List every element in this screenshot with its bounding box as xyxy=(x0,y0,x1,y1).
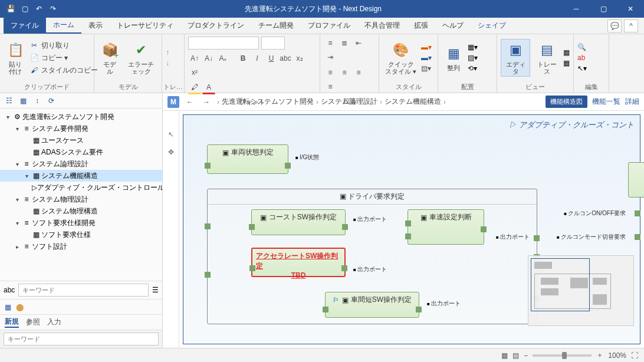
view-chip[interactable]: 機能構造図 xyxy=(546,96,587,108)
tree-refresh-icon[interactable]: ⟳ xyxy=(46,96,57,106)
line-icon[interactable]: ▬▾ xyxy=(421,54,432,62)
tree-row[interactable]: ▾≡システム要件開発 xyxy=(0,123,162,134)
tab-shape[interactable]: シェイプ xyxy=(471,18,513,34)
fill-icon[interactable]: ▬▾ xyxy=(421,43,432,51)
superscript-button[interactable]: x² xyxy=(188,66,201,79)
up-icon[interactable]: ↑ xyxy=(166,48,169,57)
view-mode1-icon[interactable]: ▦ xyxy=(501,351,508,360)
tree-row[interactable]: ▦ADASシステム要件 xyxy=(0,146,162,158)
numbering-icon[interactable]: ≣ xyxy=(338,37,351,50)
view-opt2-icon[interactable]: ▦ xyxy=(563,59,570,67)
indent-inc-icon[interactable]: ⇥ xyxy=(324,51,337,64)
tab-ext[interactable]: 拡張 xyxy=(407,18,435,34)
trace-view-button[interactable]: ▤ トレース xyxy=(533,40,561,76)
tab-defect[interactable]: 不具合管理 xyxy=(357,18,407,34)
model-chip[interactable]: M xyxy=(167,96,179,108)
redo-icon[interactable]: ↷ xyxy=(48,4,58,14)
node-short-sw[interactable]: 🏳▣車間短SW操作判定 xyxy=(325,292,419,318)
paste-button[interactable]: 📋 貼り付け xyxy=(4,40,27,76)
link-list[interactable]: 機能一覧 xyxy=(592,97,620,107)
crumb[interactable]: システム論理設計 xyxy=(321,97,377,107)
crumb[interactable]: システム機能構造 xyxy=(385,97,441,107)
fill-color-button[interactable]: 🖍 xyxy=(188,81,201,94)
tree-row[interactable]: ▦ユースケース xyxy=(0,134,162,146)
node-vehicle-state[interactable]: ▣車両状態判定 xyxy=(207,144,288,174)
font-color-button[interactable]: A xyxy=(202,81,215,94)
tab-team[interactable]: チーム開発 xyxy=(251,18,301,34)
italic-button[interactable]: I xyxy=(251,52,264,65)
tab-product[interactable]: プロダクトライン xyxy=(180,18,251,34)
breadcrumb[interactable]: ›先進運転システムソフト開発›システム論理設計›システム機能構造› xyxy=(217,97,541,107)
tab-input[interactable]: 入力 xyxy=(47,317,61,327)
select-icon[interactable]: ↖▾ xyxy=(577,64,587,73)
bottom-search-input[interactable] xyxy=(4,333,159,345)
align-center-icon[interactable]: ≡ xyxy=(338,66,351,79)
tree-filter-icon[interactable]: ▦ xyxy=(18,96,28,106)
clear-format-icon[interactable]: Aₓ xyxy=(216,52,229,65)
nav-back-icon[interactable]: ← xyxy=(184,96,196,108)
tree-search-input[interactable] xyxy=(18,284,149,297)
minimize-button[interactable]: ─ xyxy=(563,0,590,18)
align-right-icon[interactable]: ≡ xyxy=(352,66,365,79)
tab-ref[interactable]: 参照 xyxy=(26,317,40,327)
copy-button[interactable]: 📄コピー ▾ xyxy=(29,53,98,63)
collapse-ribbon-icon[interactable]: ^ xyxy=(624,19,638,32)
tree-row[interactable]: ▾≡ソフト要求仕様開発 xyxy=(0,217,162,229)
zoom-fit-icon[interactable]: ⛶ xyxy=(631,351,638,360)
replace-icon[interactable]: ab xyxy=(577,54,587,62)
flag-icon[interactable]: ⬤ xyxy=(16,303,24,311)
tool-pan-icon[interactable]: ✥ xyxy=(165,146,177,158)
view-mode2-icon[interactable]: ▤ xyxy=(512,351,519,360)
font-shrink-icon[interactable]: A↓ xyxy=(202,52,215,65)
tree-row[interactable]: ▸≡ソフト設計 xyxy=(0,241,162,252)
font-size-input[interactable] xyxy=(261,37,285,50)
indent-dec-icon[interactable]: ⇤ xyxy=(352,37,365,50)
close-button[interactable]: ✕ xyxy=(617,0,644,18)
find-icon[interactable]: 🔍 xyxy=(577,43,587,51)
new-icon[interactable]: ▢ xyxy=(20,4,29,14)
align-justify-icon[interactable]: ≡ xyxy=(324,80,337,93)
strike-button[interactable]: abc xyxy=(279,52,292,65)
link-detail[interactable]: 詳細 xyxy=(625,97,639,107)
view-opt1-icon[interactable]: ▦ xyxy=(563,48,570,57)
zoom-slider[interactable] xyxy=(533,354,592,357)
quickstyle-button[interactable]: 🎨 クイック スタイル ▾ xyxy=(383,40,419,76)
stylecopy-button[interactable]: 🖌スタイルのコピー xyxy=(29,65,98,75)
node-coast-sw[interactable]: ▣コーストSW操作判定 xyxy=(251,209,346,235)
tab-view[interactable]: 表示 xyxy=(81,18,110,34)
underline-button[interactable]: U xyxy=(265,52,278,65)
save-icon[interactable]: 💾 xyxy=(6,4,15,14)
zoom-out-icon[interactable]: − xyxy=(524,351,528,360)
linestyle-icon[interactable]: ▤▾ xyxy=(421,64,432,73)
node-speed-set[interactable]: ▣車速設定判断 xyxy=(408,209,484,245)
panel-icon[interactable]: ▦ xyxy=(5,303,11,311)
nav-fwd-icon[interactable]: → xyxy=(201,96,212,108)
tab-help[interactable]: ヘルプ xyxy=(435,18,471,34)
model-button[interactable]: 📦＋ モデル xyxy=(98,40,121,76)
rotate-icon[interactable]: ⟲▾ xyxy=(468,64,478,73)
cut-button[interactable]: ✂切り取り xyxy=(29,41,98,51)
comment-icon[interactable]: 💬 xyxy=(607,19,622,32)
align-button[interactable]: ▦ 整列 xyxy=(442,43,465,73)
bold-button[interactable]: B xyxy=(236,52,249,65)
errcheck-button[interactable]: ✔ エラーチェック xyxy=(124,40,158,76)
tree-row[interactable]: ▦ソフト要求仕様 xyxy=(0,229,162,241)
tab-home[interactable]: ホーム xyxy=(46,18,81,34)
node-accel-sw[interactable]: アクセラレートSW操作判定TBD xyxy=(251,248,346,277)
subscript-button[interactable]: x₂ xyxy=(293,52,306,65)
diagram-canvas[interactable]: ↖ ✥ アダプティブ・クルーズ・コント ▣車両状態判定 I/G状態 ▣ ドライバ… xyxy=(163,111,644,348)
tree-row[interactable]: ▾⚙先進運転システムソフト開発 xyxy=(0,111,162,123)
editor-button[interactable]: ▣ エディタ xyxy=(501,39,530,77)
group-icon[interactable]: ▦▾ xyxy=(468,43,478,51)
node-right-partial[interactable] xyxy=(628,162,644,198)
bullets-icon[interactable]: ≡ xyxy=(324,37,337,50)
tree-row[interactable]: ▾▦システム機能構造 xyxy=(0,170,162,182)
font-grow-icon[interactable]: A↑ xyxy=(188,52,201,65)
crumb[interactable]: 先進運転システムソフト開発 xyxy=(222,97,314,107)
tool-pointer-icon[interactable]: ↖ xyxy=(165,129,177,140)
filter-options-icon[interactable]: ☰ xyxy=(152,286,159,294)
order-icon[interactable]: ▤▾ xyxy=(468,54,478,62)
align-left-icon[interactable]: ≡ xyxy=(324,66,337,79)
font-name-input[interactable] xyxy=(188,37,259,50)
down-icon[interactable]: ↓ xyxy=(166,59,169,67)
